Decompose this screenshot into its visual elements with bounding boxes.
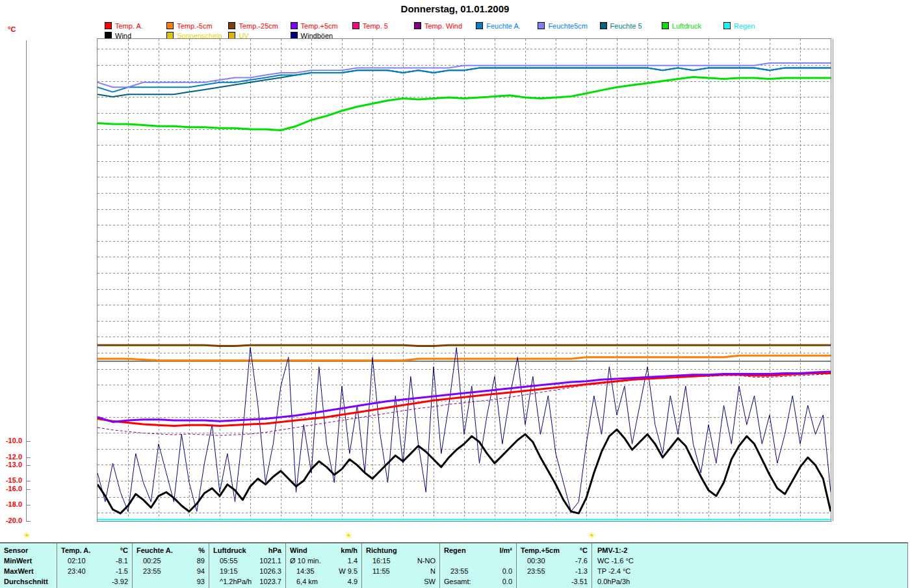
avg-time: Gesamt: [444,576,471,587]
chart-legend: Temp. A.Temp.-5cmTemp.-25cmTemp.+5cmTemp… [0,0,910,39]
pmv-pressure-trend: 0.0hPa/3h [597,576,630,587]
legend-item-sonnenschein[interactable]: Sonnenschein [166,29,222,38]
plot-right-edge-line [833,39,833,521]
temp-plus5cm-swatch-icon [291,22,298,29]
max-time: 14:35 [290,566,315,576]
y-axis-tick-label: -20.0 [0,517,22,524]
avg-time: 6,4 km [290,576,318,587]
max-value: -1.3 [575,566,588,576]
max-value: 94 [197,566,205,576]
min-value: 89 [197,556,205,566]
col-unit: °C [580,545,588,556]
pmv-dewpoint: TP -2.4 °C [597,566,630,576]
legend-item-temp-wind[interactable]: Temp. Wind [414,19,462,28]
row-label-maxwert: MaxWert [4,566,34,576]
legend-label: Regen [734,22,755,30]
avg-value: 93 [197,576,205,587]
legend-item-temp-a[interactable]: Temp. A. [105,19,143,28]
min-value: N-NO [417,556,436,566]
temp-wind-swatch-icon [414,22,421,29]
y-axis-tick-label: -12.0 [0,453,22,461]
feuchte-5-swatch-icon [600,22,607,29]
legend-label: Luftdruck [672,22,701,30]
min-value: 1021.1 [259,556,281,566]
legend-item-temp-25cm[interactable]: Temp.-25cm [228,19,278,28]
avg-time [521,576,527,587]
regen-swatch-icon [723,22,731,29]
y-axis-tick-mark [26,457,31,458]
legend-item-luftdruck[interactable]: Luftdruck [662,19,701,28]
col-name: Regen [444,545,466,556]
y-axis-tick-mark [26,441,31,442]
y-axis-unit-label: °C [8,25,16,33]
y-axis-tick-mark [26,489,31,490]
table-column-regen: Regenl/m² 23:550.0 Gesamt:0.0 [440,543,517,588]
col-name: Luftdruck [213,545,246,556]
legend-item-feuchte5cm[interactable]: Feuchte5cm [538,19,588,28]
legend-item-temp-5cm[interactable]: Temp.-5cm [166,19,212,28]
col-name: Feuchte A. [136,545,173,556]
y-axis-tick-label: -16.0 [0,485,22,492]
max-time: 23:55 [444,566,469,576]
avg-time [136,576,143,587]
max-value: 0.0 [502,566,512,576]
luftdruck-swatch-icon [662,22,669,29]
temp-5-swatch-icon [352,22,359,29]
table-column-temp-plus5cm: Temp.+5cm°C 00:30-7.6 23:55-1.3 -3.51 [517,543,592,588]
avg-value: 0.0 [502,576,512,587]
table-column-pmv: PMV-1:-2 WC -1.6 °C TP -2.4 °C 0.0hPa/3h [592,543,907,588]
avg-time: ^1.2hPa/h [213,576,252,587]
min-time: 05:55 [213,556,238,566]
avg-value: 1023.7 [259,576,281,587]
legend-item-windboen[interactable]: Windböen [291,29,333,38]
table-header-sensor: Sensor [4,545,28,556]
series-temp-25cm-line [98,345,831,346]
y-axis-tick-mark [26,481,31,481]
legend-item-feuchte-a[interactable]: Feuchte A. [476,19,521,28]
row-label-minwert: MinWert [4,556,32,566]
min-time: 02:10 [61,556,86,566]
table-column-temp-a: Temp. A.°C 02:10-8.1 23:40-1.5 -3.92 [57,543,133,588]
sun-icon: ☀ [344,531,353,540]
temp-5cm-swatch-icon [166,22,174,29]
y-axis-tick-mark [26,521,31,522]
y-axis-tick-label: -13.0 [0,461,22,468]
avg-time [366,576,372,587]
chart-plot-area [97,38,831,522]
col-name: Richtung [366,545,397,556]
pmv-windchill: WC -1.6 °C [597,556,634,566]
feuchte-a-swatch-icon [476,22,483,29]
legend-item-regen[interactable]: Regen [723,19,755,28]
table-column-wind: Windkm/h Ø 10 min.1.4 14:35W 9.5 6,4 km4… [286,543,362,588]
col-name: Temp.+5cm [521,545,560,556]
max-value: -1.5 [116,566,128,576]
max-time: 19:15 [213,566,238,576]
min-time: 16:15 [366,556,391,566]
legend-item-uv[interactable]: UV [228,29,248,38]
legend-label: Feuchte A. [486,22,521,30]
legend-label: Temp. 5 [363,22,388,30]
avg-value: -3.51 [571,576,588,587]
legend-item-temp-plus5cm[interactable]: Temp.+5cm [291,19,338,28]
y-axis-tick-mark [26,465,31,466]
feuchte5cm-swatch-icon [538,22,545,29]
table-column-feuchte-a: Feuchte A.% 00:2589 23:5594 93 [133,543,209,588]
max-time: 11:55 [366,566,390,576]
max-time: 23:55 [521,566,545,576]
min-value: -8.1 [116,556,128,566]
legend-item-wind[interactable]: Wind [105,29,131,38]
col-name: Temp. A. [61,545,90,556]
legend-label: Temp. Wind [424,22,462,30]
table-column-luftdruck: LuftdruckhPa 05:551021.1 19:151026.3 ^1.… [209,543,286,588]
col-unit: km/h [341,545,358,556]
avg-value: 4.9 [348,576,358,587]
legend-label: Feuchte 5 [610,22,642,30]
avg-value: SW [424,576,436,587]
avg-time [61,576,68,587]
col-unit: hPa [268,545,281,556]
y-axis-line [26,40,27,522]
max-time: 23:40 [61,566,86,576]
avg-value: -3.92 [112,576,128,587]
legend-item-feuchte-5[interactable]: Feuchte 5 [600,19,642,28]
legend-item-temp-5[interactable]: Temp. 5 [352,19,388,28]
